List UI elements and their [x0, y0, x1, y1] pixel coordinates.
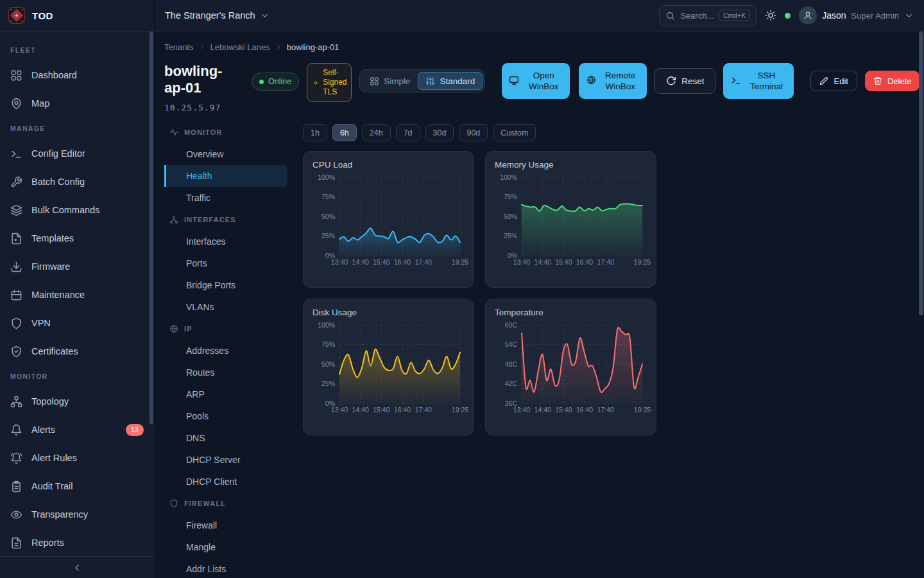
subnav-item-addr-lists[interactable]: Addr Lists [164, 558, 287, 578]
subnav-item-vlans[interactable]: VLANs [164, 296, 287, 318]
subnav-section-firewall: FIREWALL [164, 493, 287, 514]
user-menu[interactable]: Jason Super Admin [799, 6, 914, 24]
svg-text:13:40: 13:40 [513, 258, 530, 266]
shield-check-icon [10, 346, 22, 358]
time-range-24h[interactable]: 24h [362, 124, 391, 141]
sidebar-item-vpn[interactable]: VPN [0, 309, 154, 337]
svg-text:100%: 100% [500, 173, 517, 181]
time-range-custom[interactable]: Custom [493, 124, 536, 141]
svg-text:13:40: 13:40 [331, 258, 348, 266]
sidebar-item-topology[interactable]: Topology [0, 387, 154, 416]
pencil-icon [819, 76, 828, 85]
time-range-30d[interactable]: 30d [425, 124, 454, 141]
view-mode-standard[interactable]: Standard [418, 72, 483, 90]
sidebar-item-map[interactable]: Map [0, 89, 154, 118]
svg-text:17:40: 17:40 [597, 406, 614, 414]
sidebar-item-dashboard[interactable]: Dashboard [0, 61, 154, 89]
tenant-selector[interactable]: The Stranger's Ranch [165, 10, 270, 21]
search-box[interactable]: Cmd+K [659, 5, 757, 26]
user-name: Jason [822, 10, 846, 21]
svg-text:15:40: 15:40 [373, 258, 389, 266]
subnav-item-dhcp-server[interactable]: DHCP Server [164, 449, 287, 471]
subnav-item-mangle[interactable]: Mangle [164, 536, 287, 558]
svg-text:13:40: 13:40 [331, 406, 348, 414]
globe-icon [169, 324, 178, 333]
reset-button[interactable]: Reset [654, 68, 715, 94]
subnav-item-traffic[interactable]: Traffic [164, 187, 287, 209]
subnav-item-routes[interactable]: Routes [164, 362, 287, 383]
svg-text:50%: 50% [321, 213, 335, 220]
subnav-item-interfaces[interactable]: Interfaces [164, 231, 287, 252]
view-mode-simple[interactable]: Simple [362, 72, 418, 90]
tod-logo-icon [8, 7, 25, 24]
shield-icon [169, 499, 178, 508]
sidebar-item-certificates[interactable]: Certificates [0, 337, 154, 365]
device-header: bowling-ap-01 10.25.5.97 Online Self-Sig… [164, 63, 924, 112]
sidebar-item-audit-trail[interactable]: Audit Trail [0, 472, 154, 500]
subnav-section-ip: IP [164, 318, 287, 340]
refresh-icon [666, 76, 676, 86]
breadcrumb-item-bowling-ap-01: bowling-ap-01 [287, 42, 339, 52]
sidebar-item-batch-config[interactable]: Batch Config [0, 168, 154, 196]
sidebar-item-transparency[interactable]: Transparency [0, 500, 154, 529]
svg-text:50%: 50% [504, 213, 517, 220]
calendar-icon [10, 289, 22, 301]
shield-icon [10, 317, 22, 329]
search-input[interactable] [680, 11, 714, 21]
sidebar-item-reports[interactable]: Reports [0, 529, 154, 556]
chart-title: CPU Load [312, 160, 465, 170]
edit-button[interactable]: Edit [810, 71, 857, 91]
main-content: TenantsLebowski Lanesbowling-ap-01 bowli… [154, 31, 924, 578]
time-range-6h[interactable]: 6h [332, 124, 357, 141]
nodes-icon [169, 215, 178, 224]
subnav-item-dns[interactable]: DNS [164, 427, 287, 449]
chevron-down-icon [904, 11, 914, 21]
sidebar-item-firmware[interactable]: Firmware [0, 252, 154, 281]
main-scrollbar[interactable] [919, 31, 923, 315]
svg-text:48C: 48C [505, 360, 518, 368]
sidebar-section-manage: MANAGE [0, 118, 154, 139]
trash-icon [873, 76, 882, 85]
subnav-item-pools[interactable]: Pools [164, 405, 287, 427]
breadcrumb-item-tenants[interactable]: Tenants [164, 42, 194, 52]
time-range-90d[interactable]: 90d [459, 124, 488, 141]
sidebar-scrollbar[interactable] [150, 31, 153, 425]
open-winbox-button[interactable]: Open WinBox [502, 63, 570, 99]
subnav-item-health[interactable]: Health [164, 165, 287, 187]
chart-title: Disk Usage [312, 308, 465, 317]
subnav-item-firewall[interactable]: Firewall [164, 514, 287, 536]
remote-winbox-button[interactable]: Remote WinBox [579, 63, 647, 99]
temperature-plot: 36C42C48C54C60C13:4014:4015:4016:4017:40… [495, 320, 648, 418]
theme-toggle-button[interactable] [765, 10, 776, 21]
svg-text:75%: 75% [321, 193, 335, 200]
svg-text:17:40: 17:40 [415, 258, 432, 266]
connection-status-dot [785, 13, 791, 19]
subnav-item-arp[interactable]: ARP [164, 383, 287, 405]
breadcrumb-item-lebowski-lanes[interactable]: Lebowski Lanes [210, 42, 270, 52]
sidebar: FLEETDashboardMapMANAGEConfig EditorBatc… [0, 31, 154, 578]
sidebar-item-alerts[interactable]: Alerts13 [0, 416, 154, 444]
subnav-item-bridge-ports[interactable]: Bridge Ports [164, 274, 287, 296]
sidebar-item-bulk-commands[interactable]: Bulk Commands [0, 196, 154, 224]
svg-text:19:25: 19:25 [452, 258, 468, 266]
sidebar-item-alert-rules[interactable]: Alert Rules [0, 444, 154, 472]
sidebar-item-config-editor[interactable]: Config Editor [0, 139, 154, 168]
activity-icon [169, 128, 178, 137]
subnav-item-ports[interactable]: Ports [164, 252, 287, 274]
subnav-item-addresses[interactable]: Addresses [164, 340, 287, 362]
subnav-item-overview[interactable]: Overview [164, 143, 287, 165]
alert-count-badge: 13 [126, 424, 144, 436]
ssh-terminal-button[interactable]: SSH Terminal [723, 63, 794, 99]
sidebar-section-monitor: MONITOR [0, 365, 154, 387]
sidebar-collapse-button[interactable] [0, 556, 154, 578]
sidebar-item-templates[interactable]: Templates [0, 224, 154, 252]
time-range-7d[interactable]: 7d [396, 124, 420, 141]
delete-button[interactable]: Delete [865, 71, 920, 91]
time-range-1h[interactable]: 1h [303, 124, 327, 141]
tls-badge: Self-Signed TLS [307, 63, 352, 102]
eye-icon [10, 509, 22, 521]
memory-usage-plot: 0%25%50%75%100%13:4014:4015:4016:4017:40… [495, 173, 648, 270]
subnav-item-dhcp-client[interactable]: DHCP Client [164, 471, 287, 493]
sidebar-item-maintenance[interactable]: Maintenance [0, 281, 154, 309]
svg-text:14:40: 14:40 [535, 258, 551, 266]
